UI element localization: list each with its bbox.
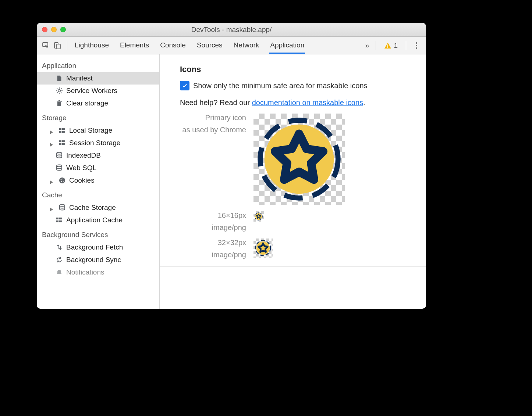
icons-heading: Icons <box>180 65 419 74</box>
check-icon <box>182 83 188 89</box>
warning-count: 1 <box>394 42 398 50</box>
toolbar-divider <box>67 41 67 50</box>
sidebar-item-label: Manifest <box>66 74 93 82</box>
safe-area-checkbox-row: Show only the minimum safe area for mask… <box>180 81 419 90</box>
sidebar-item-service-workers[interactable]: Service Workers <box>37 85 159 97</box>
primary-icon-preview <box>253 114 345 205</box>
sidebar-item-label: IndexedDB <box>66 151 101 159</box>
app-star-icon <box>255 240 271 256</box>
tab-console[interactable]: Console <box>159 37 187 54</box>
sidebar-item-websql[interactable]: Web SQL <box>37 162 159 174</box>
sidebar-item-cache-storage[interactable]: Cache Storage <box>37 201 159 214</box>
database-icon <box>58 204 66 212</box>
grid-icon <box>58 139 66 147</box>
database-icon <box>55 164 63 172</box>
chevron-right-icon[interactable] <box>50 178 55 183</box>
grid-icon <box>58 126 66 135</box>
tab-lighthouse[interactable]: Lighthouse <box>74 37 110 54</box>
sidebar-item-label: Clear storage <box>66 99 108 107</box>
icon-row-32: 32×32px image/png <box>180 239 419 259</box>
sidebar-item-label: Service Workers <box>66 87 117 95</box>
sidebar-item-cookies[interactable]: Cookies <box>37 174 159 187</box>
section-cache: Cache <box>37 187 159 201</box>
settings-menu-icon[interactable] <box>413 42 420 49</box>
tab-elements[interactable]: Elements <box>119 37 150 54</box>
panel-tabs: Lighthouse Elements Console Sources Netw… <box>74 37 362 54</box>
bell-icon <box>55 268 63 276</box>
gear-icon <box>55 87 63 95</box>
inspect-element-icon[interactable] <box>40 40 51 51</box>
cookie-icon <box>58 176 66 184</box>
database-icon <box>55 151 63 159</box>
sidebar-item-label: Background Sync <box>66 256 121 264</box>
sidebar-item-label: Local Storage <box>69 126 112 135</box>
chevron-right-icon[interactable] <box>50 128 55 133</box>
sidebar-item-label: Session Storage <box>69 139 120 147</box>
sidebar-item-local-storage[interactable]: Local Storage <box>37 124 159 137</box>
sidebar-item-label: Cache Storage <box>69 204 116 212</box>
section-application: Application <box>37 57 159 72</box>
primary-icon-label: Primary icon as used by Chrome <box>180 114 246 205</box>
trash-icon <box>55 99 63 107</box>
sidebar-item-notifications[interactable]: Notifications <box>37 266 159 279</box>
app-star-icon <box>257 117 341 201</box>
sidebar-item-label: Cookies <box>69 176 95 184</box>
primary-icon-row: Primary icon as used by Chrome <box>180 114 419 205</box>
warnings-indicator[interactable]: 1 <box>384 42 398 50</box>
sidebar-item-label: Background Fetch <box>66 243 123 251</box>
sidebar-item-session-storage[interactable]: Session Storage <box>37 137 159 149</box>
manifest-panel: Icons Show only the minimum safe area fo… <box>160 54 426 309</box>
icon-preview-16 <box>253 211 264 222</box>
application-sidebar: Application Manifest Service Workers Cle… <box>37 54 160 309</box>
updown-icon <box>55 243 63 251</box>
icon-label-16: 16×16px image/png <box>180 211 246 232</box>
panel-divider <box>160 266 426 267</box>
safe-area-checkbox[interactable] <box>180 81 189 90</box>
safe-area-checkbox-label: Show only the minimum safe area for mask… <box>193 82 368 90</box>
window-title: DevTools - maskable.app/ <box>37 26 426 34</box>
sidebar-item-background-fetch[interactable]: Background Fetch <box>37 241 159 254</box>
devtools-window: DevTools - maskable.app/ Lighthouse Elem… <box>37 23 426 309</box>
tab-network[interactable]: Network <box>233 37 260 54</box>
more-tabs-icon[interactable]: » <box>363 42 372 50</box>
sidebar-item-label: Web SQL <box>66 164 96 172</box>
device-toolbar-icon[interactable] <box>52 40 63 51</box>
grid-icon <box>55 216 63 224</box>
icon-preview-32 <box>253 239 273 258</box>
sidebar-item-label: Application Cache <box>66 216 123 224</box>
sidebar-item-label: Notifications <box>66 268 104 276</box>
sidebar-item-clear-storage[interactable]: Clear storage <box>37 97 159 110</box>
section-storage: Storage <box>37 110 159 124</box>
chevron-right-icon[interactable] <box>50 205 55 210</box>
chevron-right-icon[interactable] <box>50 140 55 146</box>
toolbar-divider <box>406 41 406 50</box>
devtools-toolbar: Lighthouse Elements Console Sources Netw… <box>37 37 426 54</box>
toolbar-divider <box>376 41 376 50</box>
sidebar-item-indexeddb[interactable]: IndexedDB <box>37 149 159 162</box>
sidebar-item-application-cache[interactable]: Application Cache <box>37 214 159 226</box>
app-star-icon <box>255 212 263 220</box>
tab-sources[interactable]: Sources <box>196 37 223 54</box>
sidebar-item-background-sync[interactable]: Background Sync <box>37 254 159 266</box>
icon-label-32: 32×32px image/png <box>180 239 246 259</box>
help-link[interactable]: documentation on maskable icons <box>252 98 363 107</box>
section-background-services: Background Services <box>37 226 159 241</box>
warning-icon <box>384 42 391 49</box>
help-text: Need help? Read our documentation on mas… <box>180 98 419 107</box>
icon-row-16: 16×16px image/png <box>180 211 419 232</box>
titlebar: DevTools - maskable.app/ <box>37 23 426 37</box>
file-icon <box>55 74 63 82</box>
sidebar-item-manifest[interactable]: Manifest <box>37 72 159 85</box>
sync-icon <box>55 256 63 264</box>
tab-application[interactable]: Application <box>269 37 305 54</box>
